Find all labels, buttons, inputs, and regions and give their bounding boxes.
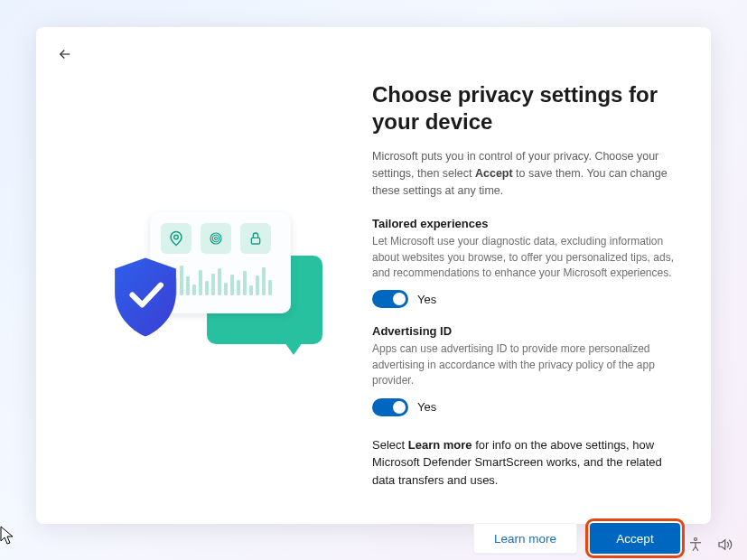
advertising-title: Advertising ID <box>372 324 677 338</box>
page-title: Choose privacy settings for your device <box>372 81 677 135</box>
advertising-desc: Apps can use advertising ID to provide m… <box>372 341 677 388</box>
advertising-toggle[interactable] <box>372 398 408 416</box>
footer-bold: Learn more <box>408 438 472 452</box>
svg-rect-4 <box>251 238 259 244</box>
taskbar-tray <box>687 537 733 553</box>
svg-point-2 <box>212 235 219 242</box>
settings-pane: Choose privacy settings for your device … <box>368 81 684 489</box>
lock-icon <box>240 223 271 254</box>
privacy-illustration <box>112 200 320 371</box>
setting-advertising-id: Advertising ID Apps can use advertising … <box>372 324 677 415</box>
footer-note: Select Learn more for info on the above … <box>372 436 677 490</box>
svg-point-5 <box>695 538 697 541</box>
page-intro: Microsoft puts you in control of your pr… <box>372 148 677 199</box>
volume-icon[interactable] <box>716 537 733 553</box>
advertising-toggle-row: Yes <box>372 398 677 416</box>
accept-button[interactable]: Accept <box>590 523 680 554</box>
action-bar: Learn more Accept <box>36 507 711 560</box>
learn-more-button[interactable]: Learn more <box>473 523 577 554</box>
footer-pre: Select <box>372 438 408 452</box>
fingerprint-icon <box>201 223 231 254</box>
svg-point-3 <box>214 237 217 239</box>
intro-bold: Accept <box>475 167 513 180</box>
location-pin-icon <box>161 223 191 254</box>
arrow-left-icon <box>57 46 73 62</box>
advertising-toggle-label: Yes <box>417 400 436 414</box>
shield-check-icon <box>110 256 181 339</box>
tailored-desc: Let Microsoft use your diagnostic data, … <box>372 234 677 281</box>
setting-tailored-experiences: Tailored experiences Let Microsoft use y… <box>372 217 677 308</box>
accessibility-icon[interactable] <box>687 537 704 553</box>
mouse-cursor-icon <box>0 526 14 546</box>
tailored-toggle[interactable] <box>372 290 408 308</box>
tailored-toggle-label: Yes <box>417 293 436 306</box>
svg-point-0 <box>173 235 178 239</box>
oobe-card: Choose privacy settings for your device … <box>36 27 711 524</box>
tailored-toggle-row: Yes <box>372 290 677 308</box>
content-area: Choose privacy settings for your device … <box>36 27 711 507</box>
tailored-title: Tailored experiences <box>372 217 677 230</box>
illustration-pane <box>63 81 368 489</box>
back-button[interactable] <box>52 42 78 67</box>
